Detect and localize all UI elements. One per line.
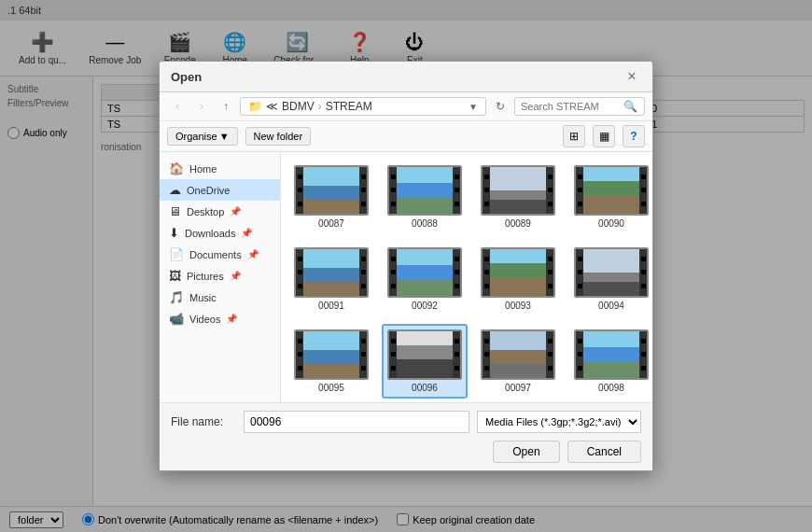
open-button[interactable]: Open: [493, 441, 559, 463]
sidebar-label-desktop: Desktop: [187, 206, 224, 217]
pictures-pin-icon: 📌: [230, 271, 241, 281]
file-item-00091[interactable]: 00091: [288, 242, 374, 316]
sidebar-label-downloads: Downloads: [185, 228, 235, 239]
file-item-00098[interactable]: 00098: [568, 324, 652, 399]
home-icon: 🏠: [169, 161, 184, 175]
breadcrumb-bdmv: BDMV: [282, 100, 315, 113]
search-icon[interactable]: 🔍: [623, 100, 637, 113]
sidebar-label-documents: Documents: [189, 249, 242, 260]
view-button-1[interactable]: ⊞: [563, 125, 585, 147]
sidebar-item-onedrive[interactable]: ☁ OneDrive: [160, 179, 280, 201]
organize-button[interactable]: Organise ▼: [167, 127, 238, 146]
file-label-00098: 00098: [598, 383, 624, 393]
dialog-overlay: Open × ‹ › ↑ 📁 ≪ BDMV › STREAM ▼ ↻ 🔍: [0, 0, 812, 532]
file-thumbnail-00088: [387, 165, 462, 216]
view-button-2[interactable]: ▦: [593, 125, 615, 147]
downloads-pin-icon: 📌: [241, 228, 252, 238]
search-box[interactable]: 🔍: [514, 97, 645, 116]
sidebar-item-music[interactable]: 🎵 Music: [160, 287, 280, 308]
sidebar-label-onedrive: OneDrive: [187, 185, 230, 196]
file-label-00096: 00096: [412, 383, 438, 393]
file-label-00094: 00094: [598, 301, 624, 311]
file-thumbnail-00092: [387, 247, 462, 298]
file-item-00097[interactable]: 00097: [475, 324, 561, 399]
videos-icon: 📹: [169, 312, 184, 326]
filetype-select[interactable]: Media Files (*.3gp;*.3g2;*.avi): [477, 411, 641, 433]
sidebar-label-videos: Videos: [189, 314, 220, 325]
file-label-00097: 00097: [505, 383, 531, 393]
file-label-00091: 00091: [318, 301, 344, 311]
up-button[interactable]: ↑: [216, 96, 236, 117]
file-thumbnail-00090: [574, 165, 649, 216]
file-item-00089[interactable]: 00089: [475, 160, 561, 234]
new-folder-button[interactable]: New folder: [245, 127, 312, 146]
file-item-00087[interactable]: 00087: [288, 160, 374, 234]
file-thumbnail-00087: [294, 165, 369, 216]
dialog-title: Open: [171, 70, 202, 84]
dialog-close-button[interactable]: ×: [623, 67, 641, 86]
breadcrumb-dropdown-icon[interactable]: ▼: [469, 102, 478, 112]
dialog-body: 🏠 Home ☁ OneDrive 🖥 Desktop 📌⬇ Downloads: [160, 152, 652, 402]
file-item-00093[interactable]: 00093: [475, 242, 561, 316]
sidebar-item-documents[interactable]: 📄 Documents 📌: [160, 244, 280, 265]
cancel-button[interactable]: Cancel: [567, 441, 641, 463]
file-thumbnail-00095: [294, 329, 369, 380]
file-item-00096[interactable]: 00096: [382, 324, 468, 399]
file-thumbnail-00091: [294, 247, 369, 298]
documents-icon: 📄: [169, 247, 184, 261]
organize-dropdown-icon: ▼: [219, 131, 230, 142]
file-label-00095: 00095: [318, 383, 344, 393]
sidebar-item-desktop[interactable]: 🖥 Desktop 📌: [160, 201, 280, 222]
dialog-sidebar: 🏠 Home ☁ OneDrive 🖥 Desktop 📌⬇ Downloads: [160, 152, 281, 402]
file-thumbnail-00097: [481, 329, 555, 380]
refresh-button[interactable]: ↻: [490, 96, 511, 117]
file-label-00089: 00089: [505, 218, 531, 229]
file-label-00087: 00087: [318, 218, 344, 229]
file-item-00095[interactable]: 00095: [288, 324, 374, 399]
downloads-icon: ⬇: [169, 226, 179, 240]
sidebar-item-videos[interactable]: 📹 Videos 📌: [160, 308, 280, 329]
documents-pin-icon: 📌: [247, 249, 259, 259]
sidebar-item-downloads[interactable]: ⬇ Downloads 📌: [160, 222, 280, 244]
breadcrumb[interactable]: 📁 ≪ BDMV › STREAM ▼: [240, 97, 486, 116]
breadcrumb-part1: ≪: [266, 100, 278, 113]
file-thumbnail-00089: [481, 165, 555, 216]
dialog-toolbar: Organise ▼ New folder ⊞ ▦ ?: [160, 121, 652, 152]
search-input[interactable]: [521, 101, 623, 112]
open-dialog: Open × ‹ › ↑ 📁 ≪ BDMV › STREAM ▼ ↻ 🔍: [159, 61, 653, 471]
file-label-00090: 00090: [598, 218, 624, 229]
breadcrumb-stream: STREAM: [326, 100, 372, 113]
dialog-navbar: ‹ › ↑ 📁 ≪ BDMV › STREAM ▼ ↻ 🔍: [160, 92, 652, 121]
sidebar-label-pictures: Pictures: [187, 271, 224, 282]
desktop-pin-icon: 📌: [230, 206, 241, 217]
file-item-00088[interactable]: 00088: [382, 160, 468, 234]
sidebar-label-home: Home: [189, 163, 217, 175]
file-thumbnail-00093: [481, 247, 555, 298]
help-button[interactable]: ?: [623, 125, 645, 147]
file-item-00092[interactable]: 00092: [382, 242, 468, 316]
breadcrumb-folder-icon: 📁: [248, 100, 262, 113]
sidebar-item-pictures[interactable]: 🖼 Pictures 📌: [160, 265, 280, 287]
videos-pin-icon: 📌: [226, 314, 237, 324]
desktop-icon: 🖥: [169, 204, 181, 218]
file-label-00093: 00093: [505, 301, 531, 311]
file-label-00088: 00088: [412, 218, 438, 229]
new-folder-label: New folder: [254, 131, 303, 142]
file-item-00094[interactable]: 00094: [568, 242, 652, 316]
pictures-icon: 🖼: [169, 269, 181, 283]
filename-row: File name: Media Files (*.3gp;*.3g2;*.av…: [171, 411, 641, 433]
dialog-bottom: File name: Media Files (*.3gp;*.3g2;*.av…: [160, 402, 652, 470]
organize-label: Organise: [175, 131, 217, 142]
file-thumbnail-00094: [574, 247, 649, 298]
filename-input[interactable]: [244, 411, 469, 433]
forward-button[interactable]: ›: [191, 96, 212, 117]
sidebar-item-home[interactable]: 🏠 Home: [160, 158, 280, 179]
back-button[interactable]: ‹: [167, 96, 188, 117]
filename-label: File name:: [171, 415, 236, 428]
file-item-00090[interactable]: 00090: [568, 160, 652, 234]
sidebar-label-music: Music: [189, 292, 217, 303]
file-thumbnail-00096: [387, 329, 462, 380]
onedrive-icon: ☁: [169, 183, 181, 197]
action-row: Open Cancel: [171, 441, 641, 463]
dialog-files[interactable]: 00087 00088: [281, 152, 652, 402]
